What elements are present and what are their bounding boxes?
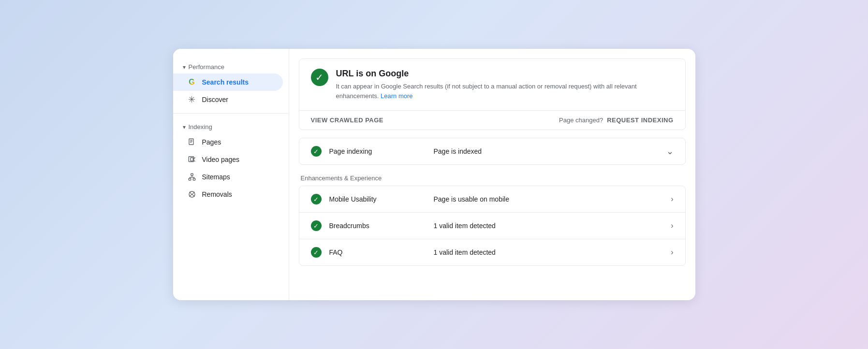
indexing-chevron-icon: ▾ [183, 124, 186, 131]
faq-label: FAQ [329, 248, 426, 256]
url-status-card: ✓ URL is on Google It can appear in Goog… [299, 58, 686, 130]
main-card: ▾ Performance G Search results ✳ Discove… [173, 49, 695, 300]
url-status-actions: VIEW CRAWLED PAGE Page changed? REQUEST … [299, 110, 685, 130]
video-pages-label: Video pages [202, 156, 240, 163]
pages-label: Pages [202, 138, 221, 146]
sidebar-item-search-results[interactable]: G Search results [173, 73, 283, 91]
mobile-usability-check-icon: ✓ [311, 194, 322, 204]
url-status-check-icon: ✓ [311, 69, 328, 86]
enhancements-label: Enhancements & Experience [299, 174, 686, 182]
sidebar-item-video-pages[interactable]: Video pages [173, 151, 283, 168]
page-indexing-label: Page indexing [329, 147, 426, 155]
indexing-label: Indexing [189, 123, 212, 131]
video-pages-icon [188, 155, 196, 164]
sitemaps-label: Sitemaps [202, 173, 230, 181]
enhancements-card: ✓ Mobile Usability Page is usable on mob… [299, 186, 686, 266]
svg-rect-11 [193, 178, 195, 180]
sitemaps-icon [188, 173, 196, 181]
sidebar-divider [173, 113, 289, 114]
svg-rect-5 [191, 158, 193, 161]
page-indexed-value: Page is indexed [434, 147, 659, 155]
breadcrumbs-value: 1 valid item detected [434, 222, 663, 230]
search-results-label: Search results [202, 78, 249, 86]
request-indexing-button[interactable]: REQUEST INDEXING [607, 116, 673, 124]
page-indexing-chevron-icon: ⌄ [666, 146, 674, 157]
enhancements-section: Enhancements & Experience ✓ Mobile Usabi… [299, 174, 686, 266]
removals-icon [188, 190, 196, 199]
performance-label: Performance [189, 63, 224, 71]
url-status-description: It can appear in Google Search results (… [336, 82, 674, 101]
sidebar-item-sitemaps[interactable]: Sitemaps [173, 168, 283, 186]
mobile-usability-chevron-icon: › [671, 195, 673, 204]
mobile-usability-value: Page is usable on mobile [434, 195, 663, 203]
google-g-icon: G [188, 78, 196, 87]
pages-icon [188, 138, 196, 146]
faq-row[interactable]: ✓ FAQ 1 valid item detected › [299, 239, 685, 265]
performance-chevron-icon: ▾ [183, 64, 186, 71]
performance-section: ▾ Performance [173, 58, 289, 73]
url-status-text: URL is on Google It can appear in Google… [336, 69, 674, 101]
sidebar-item-discover[interactable]: ✳ Discover [173, 91, 283, 108]
page-indexing-section: ✓ Page indexing Page is indexed ⌄ [299, 138, 686, 165]
mobile-usability-label: Mobile Usability [329, 195, 426, 203]
breadcrumbs-chevron-icon: › [671, 221, 673, 230]
indexing-section: ▾ Indexing [173, 118, 289, 133]
faq-check-icon: ✓ [311, 247, 322, 258]
faq-chevron-icon: › [671, 248, 673, 257]
sidebar-item-removals[interactable]: Removals [173, 186, 283, 203]
page-indexing-check-icon: ✓ [311, 146, 322, 157]
breadcrumbs-label: Breadcrumbs [329, 222, 426, 230]
page-changed-label: Page changed? [559, 116, 603, 124]
svg-rect-10 [189, 178, 191, 180]
mobile-usability-row[interactable]: ✓ Mobile Usability Page is usable on mob… [299, 186, 685, 213]
main-content: ✓ URL is on Google It can appear in Goog… [289, 49, 695, 300]
svg-rect-0 [189, 139, 193, 145]
view-crawled-button[interactable]: VIEW CRAWLED PAGE [311, 116, 384, 124]
breadcrumbs-row[interactable]: ✓ Breadcrumbs 1 valid item detected › [299, 213, 685, 239]
url-status-title: URL is on Google [336, 69, 674, 79]
learn-more-link[interactable]: Learn more [381, 92, 412, 100]
sidebar: ▾ Performance G Search results ✳ Discove… [173, 49, 289, 300]
discover-label: Discover [202, 96, 228, 103]
action-right: Page changed? REQUEST INDEXING [559, 116, 673, 124]
discover-icon: ✳ [188, 95, 196, 104]
faq-value: 1 valid item detected [434, 248, 663, 256]
sidebar-item-pages[interactable]: Pages [173, 133, 283, 151]
removals-label: Removals [202, 190, 232, 198]
svg-rect-9 [191, 174, 193, 175]
url-status-header: ✓ URL is on Google It can appear in Goog… [299, 59, 685, 110]
page-indexing-row[interactable]: ✓ Page indexing Page is indexed ⌄ [299, 138, 685, 164]
breadcrumbs-check-icon: ✓ [311, 220, 322, 231]
